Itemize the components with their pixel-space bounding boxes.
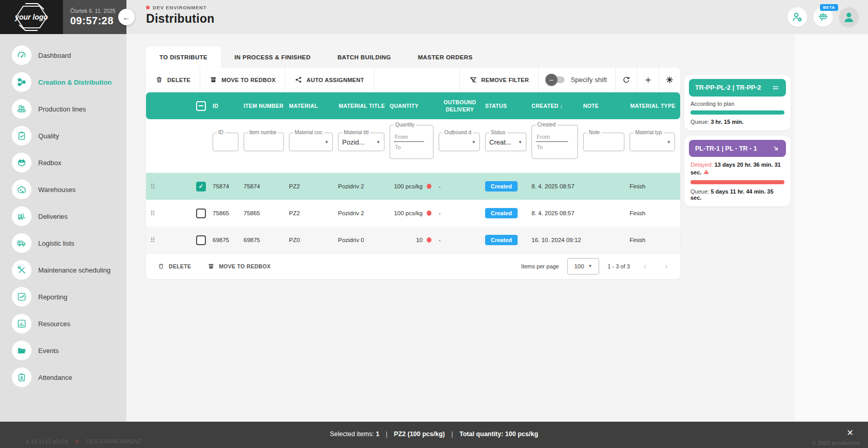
- line-card-pl-tr-1[interactable]: PL-TR-1 | PL - TR - 1 Delayed: 13 days 2…: [684, 136, 791, 206]
- col-header-note[interactable]: NOTE: [583, 102, 630, 109]
- filter-item-number[interactable]: Item numbe: [244, 133, 284, 151]
- drag-handle[interactable]: ⠿: [146, 236, 196, 244]
- filter-id-input[interactable]: [217, 138, 234, 146]
- gear-icon: [665, 75, 674, 84]
- filter-status[interactable]: Status Creat... ▼: [485, 133, 526, 151]
- top-bar: your logo Čtvrtek 6. 11. 2025 09:57:28 ←…: [0, 0, 868, 34]
- sidebar-item-dashboard[interactable]: Dashboard: [0, 42, 126, 69]
- filter-material-code[interactable]: Material coc ▼: [289, 133, 333, 151]
- filter-quantity-to-input[interactable]: [394, 143, 429, 151]
- col-header-material-title[interactable]: MATERIAL TITLE: [338, 102, 390, 109]
- filter-material-title[interactable]: Material titl Pozid... ▼: [338, 133, 384, 151]
- filter-material-type[interactable]: Material typ ▼: [630, 133, 675, 151]
- cell-outbound-delivery: -: [439, 183, 485, 189]
- sidebar-item-attendance[interactable]: Attendance: [0, 364, 126, 391]
- sidebar-item-deliveries[interactable]: Deliveries: [0, 203, 126, 230]
- archive-box-icon: [210, 76, 217, 84]
- close-selection-button[interactable]: ✕: [844, 428, 857, 438]
- table-row[interactable]: ⠿ 69875 69875 PZ0 Pozidriv 0 10 - Create…: [146, 227, 680, 253]
- sidebar-item-production-lines[interactable]: Production lines: [0, 95, 126, 122]
- row-checkbox[interactable]: [196, 209, 206, 218]
- sidebar-item-creation-distribution[interactable]: Creation & Distribution: [0, 69, 126, 95]
- gauge-icon: [17, 50, 27, 60]
- tab-in-process-finished[interactable]: IN PROCESS & FINISHED: [221, 46, 324, 68]
- table-row[interactable]: ⠿ ✓ 75874 75874 PZ2 Pozidriv 2 100 pcs/k…: [146, 173, 680, 200]
- previous-page-button[interactable]: ‹: [638, 261, 652, 271]
- env-dot-icon: [75, 440, 79, 443]
- status-badge: Created: [485, 235, 518, 245]
- next-page-button[interactable]: ›: [660, 261, 673, 271]
- items-per-page-select[interactable]: 100 ▼: [567, 258, 599, 275]
- col-header-outbound-delivery[interactable]: OUTBOUND DELIVERY: [439, 99, 485, 113]
- filter-created[interactable]: Created: [532, 125, 578, 159]
- table-row[interactable]: ⠿ 75865 75865 PZ2 Pozidriv 2 100 pcs/kg …: [146, 200, 680, 227]
- row-checkbox[interactable]: ✓: [196, 182, 206, 191]
- sidebar-item-resources[interactable]: Resources: [0, 310, 126, 337]
- drag-handle[interactable]: ⠿: [146, 210, 196, 217]
- chatbot-button[interactable]: BETA: [813, 7, 833, 27]
- sidebar-item-quality[interactable]: Quality: [0, 122, 126, 149]
- cell-outbound-delivery: -: [439, 237, 485, 243]
- cell-id: 75874: [213, 183, 244, 189]
- filter-outbound-delivery[interactable]: Outbound d ▼: [439, 133, 480, 151]
- cell-material: PZ2: [289, 210, 338, 216]
- cell-item-number: 75865: [244, 210, 289, 216]
- line-card-tr-pp-pl-2[interactable]: TR-PP-PL-2 | TR-PP-2 According to plan Q…: [684, 75, 791, 131]
- row-checkbox[interactable]: [196, 235, 206, 245]
- delete-button-footer[interactable]: DELETE: [149, 263, 199, 270]
- collapse-sidebar-button[interactable]: ←: [118, 9, 135, 25]
- cell-material-title: Pozidriv 2: [338, 183, 390, 189]
- select-all-checkbox[interactable]: [196, 101, 206, 111]
- filter-quantity[interactable]: Quantity: [390, 125, 433, 159]
- filter-id[interactable]: ID: [213, 133, 238, 151]
- refresh-button[interactable]: [615, 68, 637, 92]
- col-header-created[interactable]: CREATED ↓: [532, 102, 583, 109]
- chevron-down-icon: ▼: [667, 140, 671, 145]
- auto-assignment-button[interactable]: AUTO ASSIGNMENT: [285, 68, 374, 92]
- col-header-material[interactable]: MATERIAL: [289, 102, 338, 109]
- chevron-down-icon: ▼: [472, 140, 476, 145]
- sidebar-item-reporting[interactable]: Reporting: [0, 283, 126, 310]
- refresh-icon: [622, 75, 631, 84]
- table-toolbar: DELETE MOVE TO REDBOX AUTO ASSIGNMENT RE…: [146, 68, 680, 92]
- filter-row: ID Item numbe Material coc ▼: [146, 119, 680, 162]
- drag-handle[interactable]: ⠿: [146, 183, 196, 190]
- filter-note-input[interactable]: [587, 138, 620, 146]
- filter-created-to-input[interactable]: [536, 143, 574, 151]
- move-to-redbox-button-footer[interactable]: MOVE TO REDBOX: [199, 263, 279, 270]
- tab-to-distribute[interactable]: TO DISTRIBUTE: [146, 46, 221, 68]
- settings-button[interactable]: [658, 68, 680, 92]
- specify-shift-toggle[interactable]: –: [547, 76, 565, 83]
- profile-avatar[interactable]: [839, 7, 859, 27]
- line-card-header[interactable]: PL-TR-1 | PL - TR - 1: [689, 140, 786, 157]
- clipboard-person-icon: [17, 372, 27, 382]
- filter-note[interactable]: Note: [583, 133, 624, 151]
- sidebar-item-warehouses[interactable]: Warehouses: [0, 176, 126, 203]
- app-logo[interactable]: your logo: [0, 0, 63, 34]
- cell-created: 8. 4. 2025 08:57: [532, 210, 583, 216]
- col-header-material-type[interactable]: MATERIAL TYPE: [630, 102, 680, 109]
- sidebar-item-events[interactable]: Events: [0, 337, 126, 364]
- tab-master-orders[interactable]: MASTER ORDERS: [405, 46, 486, 68]
- add-button[interactable]: [637, 68, 658, 92]
- filter-created-from-input[interactable]: [536, 133, 568, 142]
- robot-icon: [817, 11, 829, 23]
- line-queue: Queue: 3 hr. 15 min.: [690, 119, 784, 125]
- arrow-left-icon: ←: [123, 13, 131, 22]
- tab-batch-building[interactable]: BATCH BUILDING: [324, 46, 405, 68]
- filter-quantity-from-input[interactable]: [394, 133, 424, 142]
- col-header-id[interactable]: ID: [213, 102, 244, 109]
- filter-item-number-input[interactable]: [248, 138, 280, 146]
- col-header-quantity[interactable]: QUANTITY: [390, 102, 439, 109]
- line-card-header[interactable]: TR-PP-PL-2 | TR-PP-2: [689, 79, 786, 97]
- remove-filter-button[interactable]: REMOVE FILTER: [459, 68, 538, 92]
- warehouse-icon: [17, 184, 27, 195]
- col-header-item-number[interactable]: ITEM NUMBER: [244, 102, 289, 109]
- sidebar-item-maintenance-scheduling[interactable]: Maintenance scheduling: [0, 257, 126, 283]
- sidebar-item-logistic-lists[interactable]: Logistic lists: [0, 230, 126, 257]
- col-header-status[interactable]: STATUS: [485, 102, 532, 109]
- move-to-redbox-button[interactable]: MOVE TO REDBOX: [200, 68, 285, 92]
- user-settings-button[interactable]: [787, 7, 807, 27]
- delete-button[interactable]: DELETE: [146, 68, 200, 92]
- sidebar-item-redbox[interactable]: Redbox: [0, 149, 126, 176]
